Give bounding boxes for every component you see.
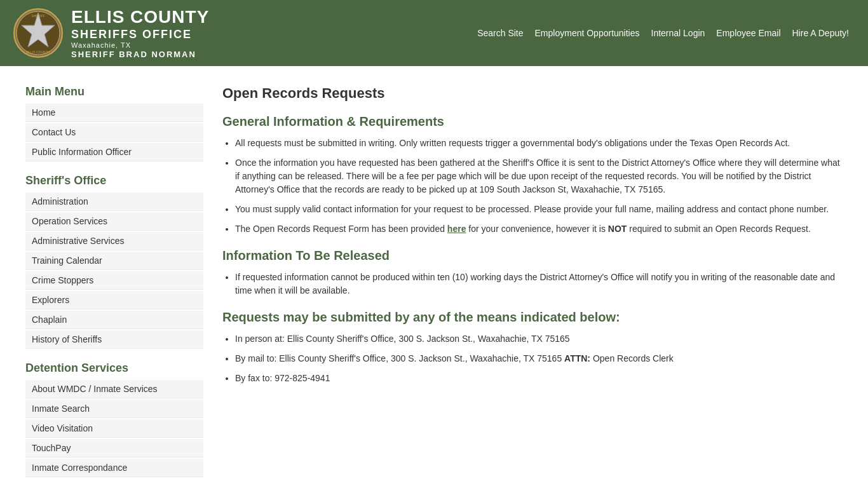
bullet4-post: for your convenience, however it is <box>466 224 607 234</box>
logo-subtitle: Sheriffs Office <box>71 28 209 42</box>
sidebar-item-inmate-search[interactable]: Inmate Search <box>25 400 203 418</box>
svg-text:ELLIS COUNTY: ELLIS COUNTY <box>27 50 50 54</box>
sidebar-item-explorers[interactable]: Explorers <box>25 291 203 309</box>
sidebar-item-video-visitation[interactable]: Video Visitation <box>25 419 203 438</box>
main-content: Open Records Requests General Informatio… <box>210 79 868 485</box>
section2-heading: Information To Be Released <box>222 248 843 263</box>
nav-search-site[interactable]: Search Site <box>477 28 523 38</box>
sidebar-item-history-sheriffs[interactable]: History of Sheriffs <box>25 330 203 349</box>
sidebar-item-training-calendar[interactable]: Training Calendar <box>25 252 203 270</box>
list-item-1: All requests must be submitted in writin… <box>235 137 843 150</box>
list-item-5: If requested information cannot be produ… <box>235 271 843 297</box>
nav-hire-deputy[interactable]: Hire A Deputy! <box>792 28 850 38</box>
list-item-2: Once the information you have requested … <box>235 156 843 196</box>
sidebar-item-wmdc[interactable]: About WMDC / Inmate Services <box>25 380 203 398</box>
sidebar-item-operation-services[interactable]: Operation Services <box>25 212 203 231</box>
list-item-3: You must supply valid contact informatio… <box>235 203 843 216</box>
bullet7-post: Open Records Clerk <box>590 353 674 363</box>
sidebar-item-home[interactable]: Home <box>25 104 203 122</box>
bullet4-bold: NOT <box>608 224 627 234</box>
detention-services-title: Detention Services <box>25 362 203 375</box>
bullet7-pre: By mail to: Ellis County Sheriff's Offic… <box>235 353 564 363</box>
content-wrapper: Main Menu Home Contact Us Public Informa… <box>0 66 868 488</box>
logo-sheriff: Sheriff Brad Norman <box>71 50 209 60</box>
sidebar-item-public-info[interactable]: Public Information Officer <box>25 143 203 161</box>
list-item-4: The Open Records Request Form has been p… <box>235 222 843 236</box>
sidebar-item-administration[interactable]: Administration <box>25 193 203 211</box>
site-header: SHERIFF ELLIS COUNTY Ellis County Sherif… <box>0 0 868 66</box>
logo-text: Ellis County Sheriffs Office Waxahachie,… <box>71 6 209 60</box>
bullet4-end: required to submit an Open Records Reque… <box>627 224 811 234</box>
list-item-6: In person at: Ellis County Sheriff's Off… <box>235 332 843 346</box>
section2-list: If requested information cannot be produ… <box>235 271 843 297</box>
bullet4-pre: The Open Records Request Form has been p… <box>235 224 447 234</box>
top-nav: Search Site Employment Opportunities Int… <box>477 28 849 38</box>
logo-title: Ellis County <box>71 6 209 28</box>
logo-city: Waxahachie, TX <box>71 41 209 50</box>
sidebar: Main Menu Home Contact Us Public Informa… <box>0 79 210 485</box>
here-link[interactable]: here <box>447 224 466 234</box>
list-item-7: By mail to: Ellis County Sheriff's Offic… <box>235 352 843 365</box>
sidebar-item-administrative-services[interactable]: Administrative Services <box>25 232 203 250</box>
nav-employee-email[interactable]: Employee Email <box>716 28 780 38</box>
sidebar-item-crime-stoppers[interactable]: Crime Stoppers <box>25 271 203 290</box>
nav-internal-login[interactable]: Internal Login <box>651 28 705 38</box>
sidebar-item-chaplain[interactable]: Chaplain <box>25 311 203 329</box>
logo-area: SHERIFF ELLIS COUNTY Ellis County Sherif… <box>13 6 209 60</box>
list-item-8: By fax to: 972-825-4941 <box>235 372 843 385</box>
sheriffs-office-title: Sheriff's Office <box>25 174 203 187</box>
section3-list: In person at: Ellis County Sheriff's Off… <box>235 332 843 385</box>
badge-icon: SHERIFF ELLIS COUNTY <box>13 8 64 58</box>
sidebar-item-touchpay[interactable]: TouchPay <box>25 439 203 458</box>
main-menu-title: Main Menu <box>25 85 203 98</box>
svg-text:SHERIFF: SHERIFF <box>31 14 44 18</box>
nav-employment[interactable]: Employment Opportunities <box>535 28 640 38</box>
bullet7-bold: ATTN: <box>564 353 590 363</box>
sidebar-item-inmate-correspondence[interactable]: Inmate Correspondance <box>25 459 203 477</box>
section1-list: All requests must be submitted in writin… <box>235 137 843 236</box>
page-title: Open Records Requests <box>222 85 843 102</box>
section1-heading: General Information & Requirements <box>222 114 843 129</box>
section3-heading: Requests may be submitted by any of the … <box>222 310 843 325</box>
sidebar-item-contact-us[interactable]: Contact Us <box>25 123 203 142</box>
